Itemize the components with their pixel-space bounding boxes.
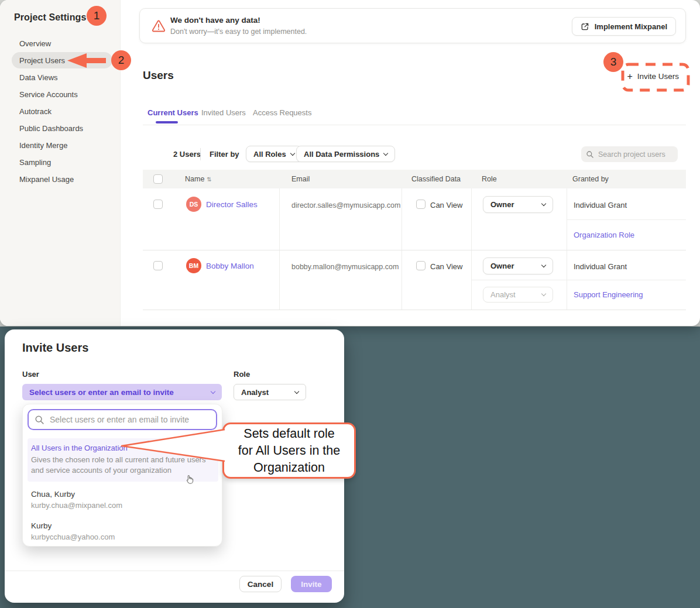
all-roles-label: All Roles — [253, 150, 286, 159]
column-header-granted-by: Granted by — [572, 175, 609, 183]
search-icon — [35, 415, 44, 425]
role-select-value: Analyst — [241, 388, 269, 397]
column-header-role: Role — [482, 175, 497, 183]
tab-current-users[interactable]: Current Users — [147, 108, 198, 117]
role-select[interactable]: Owner — [483, 257, 553, 274]
all-data-permissions-label: All Data Permissions — [304, 150, 379, 159]
hand-cursor-icon — [184, 474, 194, 485]
option-title: Kurby — [31, 521, 52, 530]
chevron-down-icon — [294, 389, 299, 393]
chevron-down-icon — [211, 389, 215, 393]
dialog-title: Invite Users — [22, 341, 88, 355]
granted-by-value: Individual Grant — [574, 262, 627, 271]
chevron-down-icon — [290, 150, 294, 155]
divider — [200, 148, 201, 160]
role-select-disabled: Analyst — [483, 287, 553, 303]
sidebar-item-identity-merge[interactable]: Identity Merge — [19, 141, 67, 150]
can-view-label: Can View — [430, 201, 462, 209]
user-email: bobby.mallon@mymusicapp.com — [291, 263, 399, 271]
settings-sidebar: Project Settings Overview Project Users … — [0, 0, 121, 326]
tabs-divider — [143, 125, 686, 125]
avatar: BM — [186, 258, 201, 273]
no-data-banner: We don't have any data! Don't worry—it's… — [139, 8, 686, 43]
sidebar-item-data-views[interactable]: Data Views — [19, 73, 58, 83]
can-view-checkbox[interactable] — [416, 200, 426, 209]
search-icon — [586, 150, 594, 159]
search-project-users — [581, 146, 678, 162]
column-divider — [402, 188, 402, 310]
filter-by-label: Filter by — [210, 150, 239, 159]
chevron-down-icon — [383, 150, 388, 155]
tab-access-requests[interactable]: Access Requests — [253, 108, 311, 117]
callout-line: for All Users in the — [238, 442, 340, 459]
search-input[interactable] — [598, 150, 668, 159]
sidebar-item-project-users[interactable]: Project Users — [19, 56, 65, 66]
all-roles-dropdown[interactable]: All Roles — [246, 146, 302, 162]
implement-mixpanel-label: Implement Mixpanel — [595, 22, 667, 31]
name-header-label: Name — [185, 175, 204, 183]
row-divider — [143, 250, 686, 250]
sidebar-item-mixpanel-usage[interactable]: Mixpanel Usage — [19, 175, 74, 184]
tab-invited-users[interactable]: Invited Users — [201, 108, 246, 117]
organization-role-link[interactable]: Organization Role — [574, 231, 634, 239]
cell-divider — [471, 280, 686, 280]
role-select[interactable]: Owner — [483, 196, 553, 213]
option-chua-kurby[interactable]: Chua, Kurby kurby.chua@mixpanel.com — [23, 485, 223, 511]
user-email: director.salles@mymusicapp.com — [291, 201, 400, 209]
annotation-step-2: 2 — [111, 50, 131, 70]
sidebar-item-public-dashboards[interactable]: Public Dashboards — [19, 124, 83, 133]
user-field-label: User — [22, 370, 39, 379]
user-select[interactable]: Select users or enter an email to invite — [22, 384, 222, 400]
can-view-checkbox[interactable] — [416, 261, 426, 270]
banner-title: We don't have any data! — [170, 16, 260, 25]
invite-button[interactable]: Invite — [291, 576, 332, 592]
warning-icon — [152, 19, 166, 32]
banner-subtitle: Don't worry—it's easy to get implemented… — [170, 28, 307, 36]
row-divider — [143, 310, 686, 310]
sidebar-item-autotrack[interactable]: Autotrack — [19, 107, 52, 116]
cell-divider — [567, 219, 686, 220]
dialog-footer-divider — [5, 571, 344, 571]
column-divider — [471, 188, 472, 310]
chevron-down-icon — [541, 291, 546, 296]
column-divider — [279, 188, 280, 310]
role-value: Analyst — [490, 290, 516, 299]
cancel-button[interactable]: Cancel — [239, 576, 282, 592]
project-settings-window: Project Settings Overview Project Users … — [0, 0, 700, 326]
column-header-name: Name⇅ — [185, 175, 212, 183]
option-kurby[interactable]: Kurby kurbycchua@yahoo.com — [23, 517, 223, 542]
callout-line: Sets default role — [243, 425, 334, 442]
user-name-link[interactable]: Bobby Mallon — [206, 262, 254, 270]
support-engineering-link[interactable]: Support Engineering — [574, 290, 643, 299]
annotation-callout-bubble: Sets default role for All Users in the O… — [222, 422, 356, 479]
dashed-highlight-box — [620, 62, 691, 92]
role-value: Owner — [490, 200, 514, 209]
annotation-arrow-left — [67, 53, 106, 68]
row-checkbox[interactable] — [153, 200, 163, 209]
role-select[interactable]: Analyst — [234, 384, 306, 400]
sort-icon[interactable]: ⇅ — [207, 176, 211, 183]
option-email: kurbycchua@yahoo.com — [31, 533, 115, 541]
can-view-label: Can View — [430, 262, 462, 271]
annotation-callout-tail — [119, 419, 226, 467]
role-field-label: Role — [234, 370, 250, 379]
active-tab-underline — [156, 121, 178, 123]
role-value: Owner — [490, 262, 514, 270]
sidebar-item-sampling[interactable]: Sampling — [19, 158, 51, 167]
chevron-down-icon — [541, 263, 546, 267]
user-name-link[interactable]: Director Salles — [206, 200, 258, 209]
user-select-value: Select users or enter an email to invite — [29, 388, 174, 397]
implement-mixpanel-button[interactable]: Implement Mixpanel — [572, 17, 676, 36]
option-email: kurby.chua@mixpanel.com — [31, 501, 122, 510]
sidebar-item-service-accounts[interactable]: Service Accounts — [19, 90, 78, 99]
all-data-permissions-dropdown[interactable]: All Data Permissions — [296, 146, 395, 162]
column-header-email: Email — [291, 175, 310, 183]
external-link-icon — [581, 22, 589, 31]
row-checkbox[interactable] — [153, 261, 163, 270]
column-header-classified-data: Classified Data — [411, 175, 461, 183]
annotation-step-3: 3 — [603, 52, 623, 72]
sidebar-item-overview[interactable]: Overview — [19, 39, 51, 49]
user-count: 2 Users — [173, 150, 201, 159]
callout-line: Organization — [253, 459, 325, 476]
select-all-checkbox[interactable] — [153, 174, 163, 184]
